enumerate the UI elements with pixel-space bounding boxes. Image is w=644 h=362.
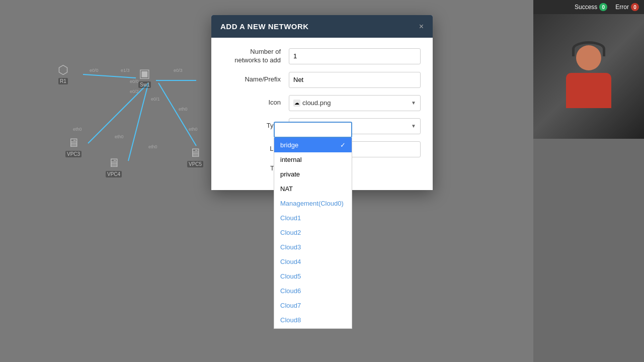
svg-line-2: [88, 83, 148, 143]
svg-text:eth0: eth0: [189, 127, 198, 132]
dropdown-item-label-private: private: [280, 170, 300, 178]
svg-line-0: [83, 74, 136, 78]
dropdown-item-label-management: Management(Cloud0): [280, 200, 344, 207]
number-input[interactable]: [289, 48, 421, 64]
svg-text:e0/0: e0/0: [130, 79, 139, 84]
svg-text:eth0: eth0: [148, 144, 157, 149]
icon-label: Icon: [223, 99, 289, 107]
number-field-row: Number ofnetworks to add: [223, 48, 421, 65]
node-VPC5[interactable]: 🖥 VPC5: [187, 146, 203, 167]
headphones-icon: [572, 41, 605, 56]
node-VPC4[interactable]: 🖥 VPC4: [106, 156, 122, 177]
icon-select-arrow: ▼: [411, 100, 416, 106]
dropdown-item-label-Cloud3: Cloud3: [280, 243, 301, 251]
error-count: 0: [631, 3, 639, 11]
svg-text:e0/0: e0/0: [90, 68, 99, 73]
dropdown-item-Cloud5[interactable]: Cloud5: [274, 269, 352, 284]
node-VPC3-label: VPC3: [65, 151, 82, 157]
webcam-video: [533, 14, 644, 139]
dropdown-item-Cloud6[interactable]: Cloud6: [274, 284, 352, 298]
dropdown-item-label-Cloud8: Cloud8: [280, 316, 301, 324]
svg-text:e0/1: e0/1: [151, 97, 160, 102]
dropdown-search-input[interactable]: [274, 122, 352, 138]
dropdown-item-label-NAT: NAT: [280, 185, 293, 193]
vpc4-icon: 🖥: [108, 156, 120, 170]
modal-title: ADD A NEW NETWORK: [220, 22, 309, 31]
dropdown-item-Cloud8[interactable]: Cloud8: [274, 313, 352, 327]
icon-field-row: Icon ☁ cloud.png ▼: [223, 95, 421, 111]
dropdown-item-label-Cloud5: Cloud5: [280, 273, 301, 280]
error-label: Error: [615, 4, 629, 11]
icon-preview: ☁: [293, 100, 300, 107]
node-VPC3[interactable]: 🖥 VPC3: [65, 136, 82, 157]
svg-text:e0/2: e0/2: [130, 89, 139, 94]
dropdown-list: bridge✓internalprivateNATManagement(Clou…: [274, 138, 352, 329]
node-R1[interactable]: ⬡ R1: [58, 63, 68, 84]
vpc-icon: 🖥: [67, 136, 79, 150]
dropdown-item-label-Cloud2: Cloud2: [280, 229, 301, 236]
number-label: Number ofnetworks to add: [223, 48, 289, 65]
success-count: 0: [599, 3, 607, 11]
name-input[interactable]: [289, 72, 421, 88]
dropdown-item-label-Cloud4: Cloud4: [280, 258, 301, 265]
type-dropdown[interactable]: bridge✓internalprivateNATManagement(Clou…: [274, 122, 352, 329]
dropdown-item-label-Cloud7: Cloud7: [280, 302, 301, 309]
person-silhouette: [566, 45, 611, 108]
dropdown-item-label-Cloud6: Cloud6: [280, 287, 301, 295]
svg-text:e1/3: e1/3: [121, 68, 130, 73]
checkmark-icon: ✓: [340, 141, 346, 149]
svg-text:eth0: eth0: [179, 107, 188, 112]
svg-line-4: [158, 83, 196, 146]
vpc5-icon: 🖥: [189, 146, 201, 160]
icon-select-content: ☁ cloud.png: [293, 99, 331, 107]
success-badge: Success 0: [575, 3, 607, 11]
dropdown-item-Cloud2[interactable]: Cloud2: [274, 225, 352, 240]
modal-close-button[interactable]: ×: [419, 23, 424, 31]
name-field-row: Name/Prefix: [223, 72, 421, 88]
dropdown-item-Cloud1[interactable]: Cloud1: [274, 211, 352, 225]
dropdown-item-internal[interactable]: internal: [274, 152, 352, 167]
node-Sw1-label: Sw1: [138, 81, 151, 88]
svg-text:eth0: eth0: [115, 134, 124, 139]
node-VPC4-label: VPC4: [106, 171, 122, 177]
router-icon: ⬡: [58, 63, 68, 77]
dropdown-item-Cloud3[interactable]: Cloud3: [274, 240, 352, 254]
error-badge: Error 0: [615, 3, 639, 11]
person-body: [566, 73, 611, 108]
node-VPC5-label: VPC5: [187, 161, 203, 167]
svg-text:eth0: eth0: [73, 127, 82, 132]
dropdown-item-label-Cloud1: Cloud1: [280, 214, 301, 222]
dropdown-item-bridge[interactable]: bridge✓: [274, 138, 352, 152]
node-R1-label: R1: [58, 78, 68, 84]
dropdown-item-label-internal: internal: [280, 156, 302, 163]
dropdown-item-Cloud7[interactable]: Cloud7: [274, 298, 352, 313]
dropdown-item-label-bridge: bridge: [280, 141, 298, 149]
svg-line-3: [128, 83, 148, 161]
dropdown-item-private[interactable]: private: [274, 167, 352, 182]
svg-text:e0/3: e0/3: [174, 68, 183, 73]
type-select-arrow: ▼: [411, 123, 416, 129]
node-Sw1[interactable]: ▣ Sw1: [138, 66, 151, 88]
modal-header: ADD A NEW NETWORK ×: [211, 15, 433, 38]
dropdown-item-NAT[interactable]: NAT: [274, 182, 352, 196]
dropdown-item-Cloud9[interactable]: Cloud9: [274, 327, 352, 329]
icon-select[interactable]: ☁ cloud.png ▼: [289, 95, 421, 111]
success-label: Success: [575, 4, 597, 11]
dropdown-item-management[interactable]: Management(Cloud0): [274, 196, 352, 211]
name-label: Name/Prefix: [223, 75, 289, 84]
switch-icon: ▣: [139, 66, 150, 80]
dropdown-item-Cloud4[interactable]: Cloud4: [274, 254, 352, 269]
icon-select-text: cloud.png: [302, 99, 331, 107]
top-bar: Success 0 Error 0: [533, 0, 644, 14]
webcam-panel: [533, 14, 644, 139]
